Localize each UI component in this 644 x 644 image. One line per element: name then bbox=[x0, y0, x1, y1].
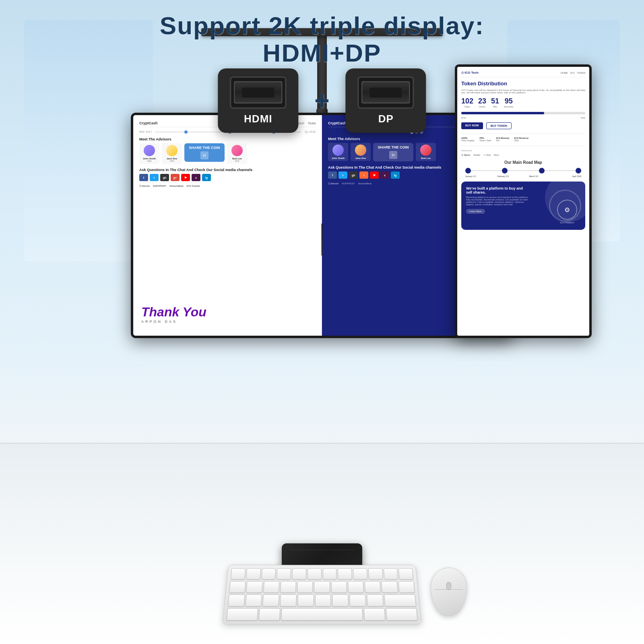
portrait-nav-items: HOME ICO TOKEN bbox=[561, 72, 585, 74]
progress-fill bbox=[461, 112, 544, 114]
key bbox=[367, 594, 384, 607]
hdmi-connector-box: HDMI bbox=[218, 68, 298, 133]
key bbox=[297, 594, 314, 607]
advisor-card-r3: Bob Lee bbox=[416, 143, 436, 161]
portrait-frame: ◇ ICO Tech HOME ICO TOKEN Token Distribu… bbox=[455, 64, 592, 338]
progress-bar bbox=[461, 112, 585, 114]
mouse-divider bbox=[435, 589, 463, 590]
page-title: Support 2K triple display: HDMI+DP bbox=[0, 12, 644, 67]
key bbox=[338, 568, 352, 580]
title-line2: HDMI+DP bbox=[0, 39, 644, 67]
roadmap-dot-2 bbox=[502, 168, 508, 173]
key bbox=[314, 581, 330, 593]
roadmap-dot-4 bbox=[576, 168, 581, 173]
token-desc: ICO Crypto coin will be released in the … bbox=[461, 89, 585, 94]
countdown-min: 51 Min bbox=[491, 97, 499, 108]
platform-icon-area: ⚙ ICO Platform bbox=[557, 200, 577, 224]
thank-you-section: Thank You ARPON DAS bbox=[141, 305, 308, 324]
buy-now-btn[interactable]: BUY NOW bbox=[461, 122, 483, 129]
portrait-monitor: ◇ ICO Tech HOME ICO TOKEN Token Distribu… bbox=[455, 64, 592, 338]
share-card: SHARE THE COIN in bbox=[184, 143, 225, 162]
advisor-avatar-r1 bbox=[332, 144, 344, 156]
mouse bbox=[431, 568, 467, 616]
partners-row: ⬡ bitcoin HUFFPOST VentureBeat ICO Track… bbox=[139, 184, 316, 187]
countdown-sec: 95 Seconds bbox=[504, 97, 513, 108]
buy-token-btn[interactable]: BUY TOKEN bbox=[486, 122, 512, 129]
key bbox=[381, 581, 398, 593]
token-stat-2: 75% Token Sale bbox=[479, 137, 491, 142]
mouse-body bbox=[431, 568, 467, 616]
dp-label: DP bbox=[378, 113, 394, 125]
cta-buttons: BUY NOW BUY TOKEN bbox=[461, 122, 585, 129]
roadmap-labels: January 2.0 February 3.5 March 3.9 April… bbox=[465, 175, 581, 178]
thank-you-sub: ARPON DAS bbox=[141, 320, 308, 324]
advisor-card-r2: Jane Doe bbox=[351, 143, 371, 161]
twitter-btn: t bbox=[150, 174, 159, 181]
hdmi-port bbox=[230, 76, 286, 109]
key bbox=[383, 568, 398, 580]
key bbox=[331, 581, 347, 593]
key bbox=[322, 568, 336, 580]
platform-sub-label: ICO Platform bbox=[557, 221, 577, 224]
token-stat-3: ICO Bounty 5% bbox=[496, 137, 509, 142]
advisor-card-3: Bob Lee CFO bbox=[227, 143, 247, 164]
title-line1: Support 2K triple display: bbox=[0, 12, 644, 39]
spacebar bbox=[281, 608, 363, 621]
advisor-card-2: Jane Doe CTO bbox=[162, 143, 182, 164]
key bbox=[368, 568, 383, 580]
token-title: Token Distribution bbox=[461, 80, 585, 87]
roadmap-dot-3 bbox=[539, 168, 545, 173]
portrait-partners: Partnered ◇ Qtum Stratis ◇ Drip Nem bbox=[461, 146, 585, 156]
key bbox=[349, 594, 366, 607]
pc-panel-line bbox=[290, 549, 354, 550]
token-section: Token Distribution ICO Crypto coin will … bbox=[461, 80, 585, 142]
plus-sign: + bbox=[314, 86, 329, 116]
key-row-1 bbox=[231, 568, 414, 580]
hdmi-port-inner bbox=[234, 81, 282, 103]
key bbox=[259, 608, 281, 621]
share-card-right: SHARE THE COIN in bbox=[373, 143, 413, 161]
advisor-avatar-3 bbox=[231, 145, 243, 156]
key bbox=[398, 568, 414, 580]
advisors-title-left: Meet The Advisors bbox=[139, 137, 316, 141]
countdown: 102 Days 23 Hours 51 Min 95 bbox=[461, 97, 585, 108]
enter-key bbox=[384, 594, 417, 607]
twitter-btn-right: t bbox=[339, 171, 347, 179]
header-area: Support 2K triple display: HDMI+DP bbox=[0, 12, 644, 67]
dp-connector-box: DP bbox=[346, 68, 426, 133]
shift-key-r bbox=[386, 608, 418, 621]
roadmap-dots-row bbox=[465, 168, 581, 173]
key bbox=[228, 594, 245, 607]
screen-left: CryptCash HOME TOKEN ABOUT TEAM REF 2017 bbox=[133, 115, 322, 336]
advisor-avatar-r3 bbox=[420, 144, 431, 156]
screen-logo-left: CryptCash bbox=[139, 121, 158, 125]
key bbox=[246, 581, 262, 593]
monitor-cable bbox=[322, 223, 323, 256]
facebook-btn: f bbox=[139, 174, 148, 181]
portrait-logo: ◇ ICO Tech bbox=[461, 71, 479, 74]
slack-btn: s bbox=[192, 174, 200, 181]
shift-key bbox=[226, 608, 258, 621]
telegram-btn-right: tg bbox=[391, 171, 400, 179]
token-stat-1: 100% Total Supply bbox=[461, 137, 475, 142]
key bbox=[365, 581, 381, 593]
key bbox=[231, 568, 246, 580]
youtube-btn-right: ▶ bbox=[370, 171, 379, 179]
youtube-btn: ▶ bbox=[181, 174, 190, 181]
dp-port-inner bbox=[362, 81, 410, 103]
key bbox=[277, 568, 291, 580]
key bbox=[263, 581, 280, 593]
social-grid-left: f t gh g+ ▶ s tg bbox=[139, 174, 316, 181]
roadmap-section: Our Main Road Map January 2.0 Februa bbox=[461, 160, 585, 178]
advisor-card-r1: John Smith bbox=[328, 143, 348, 161]
social-section-left: Ask Questions In The Chat And Check Our … bbox=[139, 168, 316, 181]
github-btn-right: gh bbox=[349, 171, 358, 179]
dp-port bbox=[358, 76, 414, 109]
key bbox=[262, 594, 279, 607]
portrait-screen: ◇ ICO Tech HOME ICO TOKEN Token Distribu… bbox=[457, 67, 589, 336]
key bbox=[353, 568, 367, 580]
connectors-area: HDMI + DP bbox=[218, 68, 426, 133]
key bbox=[363, 608, 385, 621]
key bbox=[261, 568, 276, 580]
key bbox=[315, 594, 331, 607]
